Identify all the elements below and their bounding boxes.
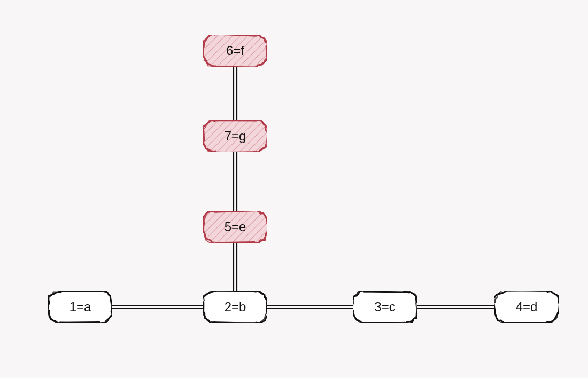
node-n3: 3=c [353, 291, 417, 323]
node-n2: 2=b [203, 291, 267, 323]
node-label: 7=g [225, 129, 246, 144]
node-n5: 5=e [203, 211, 267, 243]
node-label: 6=f [226, 43, 244, 58]
node-n4: 4=d [494, 291, 559, 323]
node-n1: 1=a [48, 291, 112, 323]
node-n6: 6=f [203, 35, 267, 67]
node-label: 2=b [225, 300, 246, 314]
node-label: 4=d [516, 300, 538, 314]
node-label: 3=c [374, 300, 395, 314]
node-n7: 7=g [203, 120, 267, 152]
diagram-canvas: 1=a2=b3=c4=d5=e7=g6=f [0, 0, 588, 378]
node-label: 1=a [69, 300, 91, 314]
node-label: 5=e [225, 219, 246, 234]
